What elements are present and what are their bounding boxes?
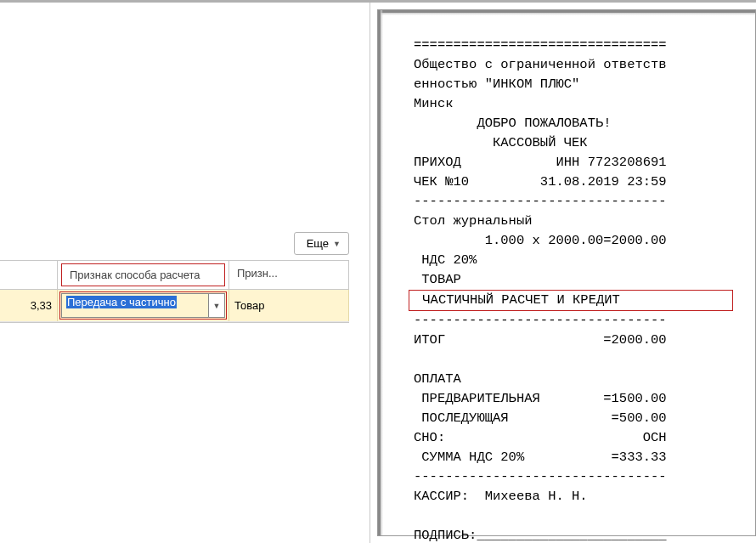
dropdown-icon[interactable]: ▼ (208, 293, 225, 318)
receipt-line: ПОСЛЕДУЮЩАЯ =500.00 (414, 410, 667, 426)
receipt-line: ПРИХОД ИНН 7723208691 (414, 155, 667, 170)
receipt-line: ОПЛАТА (414, 371, 461, 387)
receipt-line: СНО: ОСН (414, 430, 667, 445)
receipt-line: -------------------------------- (414, 469, 667, 484)
receipt-line: -------------------------------- (414, 313, 667, 328)
column-header-attr[interactable]: Призн... (229, 261, 349, 289)
receipt-preview-panel: ================================ Обществ… (370, 3, 756, 543)
receipt-line: КАССИР: Михеева Н. Н. (414, 489, 588, 504)
column-header-method[interactable]: Признак способа расчета (58, 261, 229, 289)
receipt-line: -------------------------------- (414, 194, 667, 209)
receipt-line: СУММА НДС 20% =333.33 (414, 450, 667, 465)
receipt-line: ПРЕДВАРИТЕЛЬНАЯ =1500.00 (414, 391, 667, 406)
receipt-line: енностью "ИНКОМ ПЛЮС" (414, 76, 579, 92)
receipt-highlight-line: ЧАСТИЧНЫЙ РАСЧЕТ И КРЕДИТ (409, 290, 733, 311)
column-header-amount[interactable] (0, 261, 58, 289)
receipt-line: Общество с ограниченной ответств (414, 57, 667, 72)
receipt-line: ================================ (414, 37, 667, 53)
receipt-line: 1.000 x 2000.00=2000.00 (414, 233, 667, 248)
method-select-input[interactable]: Передача с частично (61, 293, 208, 318)
receipt-line: ТОВАР (414, 272, 461, 287)
receipt-line: ДОБРО ПОЖАЛОВАТЬ! (414, 116, 612, 131)
receipt-line: КАССОВЫЙ ЧЕК (414, 135, 588, 150)
chevron-down-icon: ▼ (333, 240, 341, 248)
table-header-row: Признак способа расчета Призн... (0, 261, 349, 290)
receipt-line: ЧЕК №10 31.08.2019 23:59 (414, 174, 667, 189)
receipt-line: Минск (414, 96, 454, 111)
receipt-line: ИТОГ =2000.00 (414, 332, 667, 348)
settlement-table: Признак способа расчета Призн... 3,33 Пе… (0, 260, 349, 323)
amount-cell[interactable]: 3,33 (0, 290, 58, 321)
more-button-label: Еще (307, 237, 329, 250)
receipt-line: Стол журнальный (414, 213, 533, 229)
receipt-body: ================================ Обществ… (388, 19, 745, 543)
attr-cell[interactable]: Товар (229, 290, 349, 321)
receipt-page: ================================ Обществ… (377, 9, 756, 536)
receipt-line: НДС 20% (414, 252, 477, 268)
table-row[interactable]: 3,33 Передача с частично ▼ Товар (0, 290, 349, 322)
method-cell[interactable]: Передача с частично ▼ (58, 290, 229, 321)
receipt-line: ПОДПИСЬ:________________________ (414, 528, 667, 543)
more-button[interactable]: Еще ▼ (294, 232, 349, 255)
form-panel: Еще ▼ Признак способа расчета Призн... 3… (0, 3, 370, 543)
